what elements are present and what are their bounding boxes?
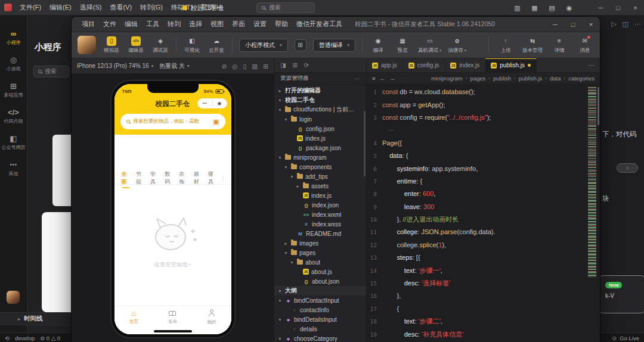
outline-item[interactable]: ▾◆bindDetailsInput — [274, 315, 366, 324]
tree-item[interactable]: ▸images — [274, 238, 366, 248]
tree-item[interactable]: ▾pages — [274, 248, 366, 257]
nav-back-icon[interactable]: ← — [380, 75, 386, 82]
compile-config-button[interactable]: ⊞ — [295, 39, 306, 51]
more-tabs-icon[interactable]: ⋯ — [583, 58, 600, 72]
launcher-nav-miniprogram[interactable]: ∞小程序 — [7, 30, 21, 46]
ide-maximize-button[interactable]: □ — [564, 17, 582, 32]
more-actions-icon[interactable]: ⋯ — [634, 20, 641, 28]
golive-button[interactable]: Go Live — [620, 335, 639, 341]
tree-item[interactable]: <>index.wxml — [274, 210, 366, 219]
ide-menu-item[interactable]: 设置 — [249, 20, 271, 29]
breadcrumb-item[interactable]: publish — [493, 75, 511, 82]
category-tab[interactable]: 衣饰 — [179, 170, 187, 186]
ide-menu-item[interactable]: 转到 — [163, 20, 185, 29]
tree-item[interactable]: ▾add_tips — [274, 172, 366, 181]
editor-tab[interactable]: JSindex.js — [445, 58, 485, 72]
mode-select[interactable]: 小程序模式▾ — [239, 39, 288, 52]
tab-home[interactable]: ⌂首页 — [114, 306, 153, 328]
sync-icon[interactable]: ⟲ — [5, 335, 10, 341]
tree-item[interactable]: {}config.json — [274, 124, 366, 133]
os-menu-item[interactable]: 转到(G) — [136, 3, 167, 12]
ide-menu-item[interactable]: 项目 — [78, 20, 99, 29]
breadcrumb-item[interactable]: categories — [568, 75, 595, 82]
debugger-toggle[interactable]: ◈调试器 — [151, 36, 169, 54]
miniapp-capsule[interactable]: ⋯ ◉ — [197, 98, 227, 108]
tree-item[interactable]: #index.wxss — [274, 219, 366, 229]
details-button[interactable]: ≡详情 — [550, 36, 568, 54]
nav-forward-icon[interactable]: → — [389, 75, 395, 82]
category-tab[interactable]: 寝具 — [208, 170, 216, 186]
os-search-input[interactable]: 搜索 — [256, 2, 315, 13]
account-icon[interactable]: ◉ — [561, 0, 578, 15]
ide-menu-item[interactable]: 编辑 — [120, 20, 142, 29]
device-select[interactable]: iPhone 12/13 (Pro) 74% 16 — [77, 63, 149, 69]
ide-menu-item[interactable]: 帮助 — [271, 20, 292, 29]
tree-item[interactable]: ▾cloudfunctions | 当前… — [274, 105, 366, 114]
preview-button[interactable]: ▦预览 — [394, 36, 411, 54]
new-view-icon[interactable]: ⊞ — [292, 62, 297, 69]
messages-button[interactable]: ✉消息 — [576, 36, 594, 54]
outline-item[interactable]: ▾◆bindContactInput — [274, 296, 366, 305]
problems-indicator[interactable]: ⊘ 0 △ 0 — [40, 335, 60, 341]
outline-list-icon[interactable]: ≡ — [372, 75, 376, 82]
outline-item[interactable]: ▫contactInfo — [274, 305, 366, 315]
branch-label[interactable]: develop — [15, 335, 35, 341]
launcher-nav-minigame[interactable]: ◎小游戏 — [7, 56, 21, 72]
account-avatar[interactable] — [78, 36, 96, 54]
os-menu-item[interactable]: 编辑(E) — [45, 3, 76, 12]
tab-publish[interactable]: 发布 — [153, 306, 192, 328]
simulator-toggle[interactable]: ▯模拟器 — [103, 36, 120, 54]
category-tab[interactable]: 数码 — [165, 170, 173, 186]
notification-toast[interactable]: New k-V — [597, 275, 644, 313]
minimize-button[interactable]: ─ — [592, 0, 609, 15]
capsule-more-icon[interactable]: ⋯ — [203, 101, 208, 106]
minimap[interactable] — [588, 87, 596, 278]
rotate-device-icon[interactable]: ▯ — [243, 63, 246, 70]
explorer-scrollbar[interactable] — [364, 111, 366, 176]
tree-item[interactable]: {}about.json — [274, 276, 366, 286]
tree-item[interactable]: {}index.json — [274, 200, 366, 210]
collapse-panel-icon[interactable]: ◨ — [280, 62, 286, 69]
close-button[interactable]: × — [627, 0, 644, 15]
sim-more-icon[interactable]: ⊞ — [263, 63, 268, 70]
editor-tab[interactable]: JSconfig.js — [403, 58, 445, 72]
hot-reload-toggle[interactable]: 热重载 关 — [159, 62, 185, 70]
screenshot-icon[interactable]: ▥ — [252, 63, 258, 70]
category-tab[interactable]: 全部 — [122, 170, 130, 186]
network-icon[interactable]: ⊘ — [222, 63, 227, 70]
launcher-nav-other[interactable]: ⋯其他 — [9, 161, 18, 177]
miniapp-search-input[interactable]: 搜索想要的物品，例如：高数 ▣ — [120, 114, 225, 129]
layout-sidebar-icon[interactable]: ▥ — [509, 0, 526, 15]
record-icon[interactable]: ◎ — [232, 63, 237, 70]
breadcrumb-item[interactable]: pages — [470, 75, 485, 82]
tree-item[interactable]: ▾about — [274, 257, 366, 267]
tree-item[interactable]: ▾miniprogram — [274, 153, 366, 162]
breadcrumb-item[interactable]: publish.js — [519, 75, 543, 82]
tree-item[interactable]: ▾components — [274, 162, 366, 172]
compile-button[interactable]: ◉编译 — [369, 36, 387, 54]
launcher-nav-official-account[interactable]: ◧公众号网页 — [2, 135, 26, 151]
clear-cache-button[interactable]: ⊘清缓存▾ — [448, 36, 466, 54]
ide-menu-item[interactable]: 工具 — [142, 20, 163, 29]
layout-secondary-icon[interactable]: ▤ — [543, 0, 561, 15]
user-avatar[interactable] — [7, 291, 20, 304]
run-icon[interactable]: ▷ — [611, 20, 616, 28]
breadcrumb-item[interactable]: data — [550, 75, 561, 82]
ide-close-button[interactable]: × — [582, 17, 600, 32]
refresh-icon[interactable]: ⟳ — [304, 62, 309, 69]
explorer-more-icon[interactable]: ⋯ — [355, 75, 361, 82]
tree-item[interactable]: MREADME.md — [274, 229, 366, 238]
category-tab[interactable]: 学具 — [150, 170, 159, 186]
layout-panel-icon[interactable]: ▦ — [526, 0, 543, 15]
os-menu-item[interactable]: 选择(S) — [76, 3, 106, 12]
remote-debug-button[interactable]: ▭真机调试▾ — [418, 36, 441, 54]
code-editor[interactable]: 1const db = wx.cloud.database();2const a… — [367, 85, 600, 342]
editor-scrollbar[interactable] — [597, 87, 599, 125]
ide-menu-item[interactable]: 文件 — [99, 20, 120, 29]
version-button[interactable]: ⇆版本管理 — [522, 36, 543, 54]
tree-item[interactable]: JSabout.js — [274, 267, 366, 276]
outline-item[interactable]: ▾◆chooseCategory — [274, 334, 366, 342]
os-menu-item[interactable]: 文件(F) — [16, 3, 45, 12]
maximize-button[interactable]: □ — [609, 0, 627, 15]
ide-minimize-button[interactable]: ─ — [546, 17, 564, 32]
